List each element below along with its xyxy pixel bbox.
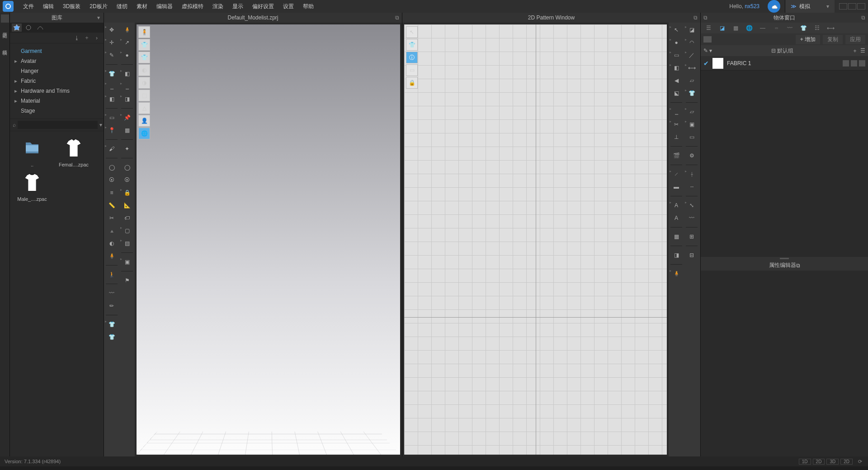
panel-resize-handle[interactable] [701, 257, 868, 261]
menu-editor[interactable]: 编辑器 [152, 1, 177, 12]
tool-3d-box-icon[interactable]: ▸▢ [121, 225, 133, 236]
tool-3d-garment-icon[interactable]: ▸👕 [106, 68, 118, 79]
viewport-2d-canvas[interactable]: ↖ 👕 ⓘ ▭ 🔒 [404, 24, 667, 455]
tool-3d-circle2-icon[interactable]: ◯ [121, 162, 133, 173]
obj-tab-stack-icon[interactable]: ☷ [812, 24, 822, 32]
tool2d-align-icon[interactable]: ▸⤡ [686, 200, 698, 211]
thumb-up-folder[interactable]: .. [13, 136, 52, 167]
overlay-shade2-icon[interactable]: ◑ [138, 77, 150, 89]
tool2d-wave-icon[interactable]: 〰 [686, 213, 698, 223]
overlay2d-tshirt-icon[interactable]: 👕 [406, 39, 418, 51]
viewport-2d-popout-icon[interactable]: ⧉ [693, 14, 698, 21]
tool-3d-garment3-icon[interactable]: 👕 [106, 332, 118, 342]
overlay-mesh-icon[interactable]: ⬚ [138, 90, 150, 101]
overlay-globe-icon[interactable]: 🌐 [138, 128, 150, 139]
tool-3d-dot2-icon[interactable]: ⦿ [121, 175, 133, 185]
menu-edit[interactable]: 编辑 [39, 1, 58, 12]
tool-3d-walk-icon[interactable]: 🚶 [106, 269, 118, 280]
tool2d-iron-icon[interactable]: ⬕ [670, 88, 682, 99]
obj-tab-seam-icon[interactable]: ⎓ [771, 24, 781, 32]
tool2d-cut-icon[interactable]: ▸✂ [670, 119, 682, 130]
tool2d-fabric-icon[interactable]: ◨ [670, 250, 682, 261]
overlay2d-info-icon[interactable]: ⓘ [406, 52, 418, 63]
tool-3d-sew-icon[interactable]: ▸⎯ [106, 81, 118, 92]
objects-add-button[interactable]: + 增加 [796, 35, 820, 44]
tool-3d-sparkle-icon[interactable]: ✦ [121, 143, 133, 154]
tool-3d-point-icon[interactable]: ▸● [121, 50, 133, 61]
obj-tab-wave-icon[interactable]: 〰 [785, 24, 795, 32]
tool-3d-gizmo-icon[interactable]: ▸✛ [106, 37, 118, 48]
tree-hardware[interactable]: ▸Hardware and Trims [14, 86, 99, 96]
tool2d-grid-icon[interactable]: ▦ [670, 231, 682, 242]
simulation-mode-dropdown[interactable]: ≫ 模拟 ▾ [785, 0, 835, 13]
library-download-icon[interactable]: ⭳ [74, 35, 80, 41]
tool2d-editpt-icon[interactable]: ▸● [670, 37, 682, 48]
tool2d-curve-icon[interactable]: ▸◠ [686, 37, 698, 48]
tool2d-movie-icon[interactable]: 🎬 [670, 150, 682, 161]
tool-3d-lock-icon[interactable]: ▸🔒 [121, 187, 133, 198]
obj-tab-texture-icon[interactable]: ▦ [731, 24, 741, 32]
library-tab-cloud[interactable] [24, 24, 33, 32]
overlay-tshirt2-icon[interactable]: 👕 [138, 52, 150, 63]
tool2d-tile-icon[interactable]: ⊞ [686, 231, 698, 242]
library-tab-threads[interactable] [35, 24, 45, 32]
obj-tab-line-icon[interactable]: — [758, 24, 768, 32]
status-refresh-icon[interactable]: ⟳ [856, 458, 863, 465]
library-menu-icon[interactable]: ▾ [97, 14, 100, 21]
tool-3d-button-icon[interactable]: ◯ [106, 162, 118, 173]
library-add-icon[interactable]: ＋ [84, 35, 90, 41]
overlay2d-cursor-icon[interactable]: ↖ [406, 26, 418, 38]
menu-display[interactable]: 显示 [228, 1, 247, 12]
status-mode-3d[interactable]: 3D [826, 459, 839, 465]
strip-popout-icon[interactable] [1, 14, 9, 23]
status-mode-2d[interactable]: 2D [813, 459, 825, 465]
tool-3d-tag-icon[interactable]: 🏷 [121, 213, 133, 223]
window-close-button[interactable] [857, 3, 865, 9]
tool-3d-select-icon[interactable]: ▸✥ [106, 24, 118, 35]
tool-3d-pen-icon[interactable]: ✏ [106, 300, 118, 311]
window-maximize-button[interactable] [848, 3, 856, 9]
obj-tab-list-icon[interactable]: ☰ [703, 24, 713, 32]
search-dropdown-icon[interactable]: ▾ [99, 121, 102, 129]
menu-render[interactable]: 渲染 [208, 1, 227, 12]
group-more-icon[interactable]: ☰ [860, 47, 865, 54]
tool-3d-block-icon[interactable]: ▸▣ [121, 256, 133, 267]
menu-avatar[interactable]: 虚拟模特 [178, 1, 208, 12]
fabric-ic1-icon[interactable] [843, 60, 849, 66]
fabric-row-1[interactable]: ✔ FABRIC 1 [701, 56, 868, 71]
tree-hanger[interactable]: Hanger [14, 66, 99, 76]
obj-tab-fabric-icon[interactable]: ◪ [717, 24, 727, 32]
app-logo-icon[interactable] [3, 1, 14, 12]
overlay-head-icon[interactable]: 👤 [138, 115, 150, 127]
tool-3d-avatar-icon[interactable]: 🧍 [106, 251, 118, 261]
library-forward-icon[interactable]: › [94, 35, 100, 41]
tool-3d-tack-icon[interactable]: ▸📌 [121, 112, 133, 123]
tool-3d-trim-icon[interactable]: ✂ [106, 213, 118, 223]
tree-fabric[interactable]: ▸Fabric [14, 76, 99, 86]
menu-assets[interactable]: 素材 [132, 1, 151, 12]
overlay2d-panel-icon[interactable]: ▭ [406, 64, 418, 76]
status-mode-1d[interactable]: 1D [799, 459, 811, 465]
objects-copy-button[interactable]: 复制 [823, 35, 843, 44]
thumb-female-tshirt[interactable]: Femal....zpac [54, 136, 93, 167]
tool2d-text-icon[interactable]: ▸A [670, 200, 682, 211]
tool2d-seam-icon[interactable]: ▸⎯ [670, 106, 682, 117]
overlay-triangle-icon[interactable]: △ [138, 102, 150, 114]
tool-3d-brush-icon[interactable]: ▸🖌 [106, 143, 118, 154]
status-mode-2d-b[interactable]: 2D [840, 459, 853, 465]
tool-3d-attach-icon[interactable]: ▸◨ [121, 94, 133, 104]
obj-tab-tshirt-icon[interactable]: 👕 [798, 24, 808, 32]
tool2d-segment-icon[interactable]: ▸⟋ [670, 169, 682, 180]
tree-garment[interactable]: Garment [14, 46, 99, 56]
library-search-input[interactable] [18, 121, 98, 129]
tool2d-figure-icon[interactable]: ▸🧍 [670, 268, 682, 279]
props-popout-icon[interactable]: ⧉ [796, 262, 800, 269]
tool-3d-arrange-arrow-icon[interactable]: ▸↗ [121, 37, 133, 48]
tool2d-notch-icon[interactable]: ⊥ [670, 132, 682, 142]
objects-folder-icon[interactable] [703, 36, 712, 43]
fabric-ic3-icon[interactable] [859, 60, 865, 66]
viewport-3d-canvas[interactable]: 🧍 👕 👕 ◐ ◑ ⬚ △ 👤 🌐 [137, 24, 400, 455]
tool2d-select2-icon[interactable]: ▸◪ [686, 24, 698, 35]
tree-material[interactable]: ▸Material [14, 96, 99, 106]
tool2d-trace-icon[interactable]: ▸◧ [670, 62, 682, 73]
